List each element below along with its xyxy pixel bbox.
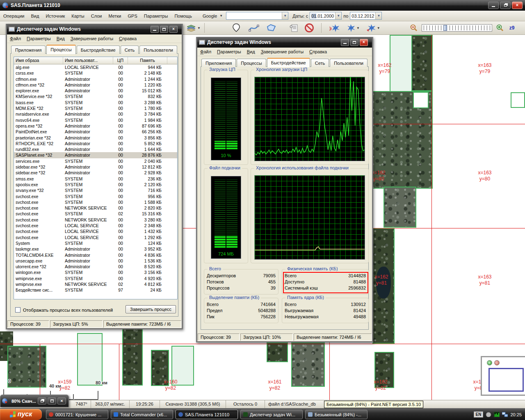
- process-row[interactable]: winlogon.exeSYSTEM003 156 КБ: [14, 269, 177, 275]
- menu-item-завершение работы[interactable]: Завершение работы: [258, 48, 306, 55]
- search-engine-label[interactable]: Google: [203, 14, 217, 18]
- process-row[interactable]: srvany.exe *32SYSTEM00716 КБ: [14, 187, 177, 193]
- tab-процессы[interactable]: Процессы: [237, 59, 266, 67]
- search-combobox[interactable]: ▼: [226, 12, 288, 20]
- process-row[interactable]: spoolsv.exeSYSTEM002 120 КБ: [14, 182, 177, 187]
- process-row[interactable]: svchost.exeLOCAL SERVICE001 292 КБ: [14, 235, 177, 240]
- minimap-zoom-out-button[interactable]: −: [494, 360, 500, 365]
- minimap-zoom-in-button[interactable]: +: [487, 360, 492, 365]
- date-from-dropdown-icon[interactable]: ▼: [335, 12, 341, 19]
- process-row[interactable]: SystemSYSTEM00124 КБ: [14, 240, 177, 246]
- download-progress-window[interactable]: 80% Скач... ×: [0, 395, 69, 407]
- close-button[interactable]: ×: [169, 26, 178, 33]
- process-row[interactable]: sidebar.exe *32Administrator002 928 КБ: [14, 170, 177, 176]
- zoom-slider[interactable]: [422, 24, 492, 32]
- date-to-field[interactable]: 03.12.2012 ▼: [350, 12, 382, 20]
- process-row[interactable]: lsass.exeSYSTEM003 288 КБ: [14, 100, 177, 105]
- process-row[interactable]: TOTALCMD64.EXEAdministrator004 836 КБ: [14, 252, 177, 258]
- chevron-down-icon[interactable]: ▼: [197, 26, 201, 30]
- date-from-field[interactable]: 01.01.2000 ▼: [310, 12, 342, 20]
- chevron-down-icon[interactable]: ▼: [356, 26, 360, 30]
- route-button[interactable]: [247, 23, 260, 33]
- tab-приложения[interactable]: Приложения: [201, 59, 236, 67]
- tab-сеть[interactable]: Сеть: [121, 46, 139, 54]
- column-header-2[interactable]: ЦП: [113, 57, 128, 64]
- process-table-header[interactable]: Имя образаИмя пользоват...ЦППамять: [14, 57, 177, 64]
- placemark-manager-button[interactable]: [288, 23, 300, 33]
- date-to-dropdown-icon[interactable]: ▼: [375, 12, 381, 19]
- zoom-slider-handle[interactable]: [443, 25, 447, 31]
- process-row[interactable]: unsecapp.exeAdministrator001 536 КБ: [14, 258, 177, 264]
- column-header-0[interactable]: Имя образа: [14, 57, 63, 64]
- zoom-in-button[interactable]: [495, 23, 505, 33]
- download-cancel-button[interactable]: [303, 23, 315, 33]
- tab-сеть[interactable]: Сеть: [311, 59, 329, 67]
- menu-item-источник[interactable]: Источник: [42, 12, 68, 20]
- menu-item-завершение работы[interactable]: Завершение работы: [68, 35, 116, 42]
- menu-item-файл[interactable]: Файл: [7, 35, 24, 42]
- process-row[interactable]: alg.exeLOCAL SERVICE00944 КБ: [14, 64, 177, 70]
- taskbar-button[interactable]: Диспетчер задач Wi...: [240, 410, 303, 419]
- process-row[interactable]: opera.exe *32Administrator0087 696 КБ: [14, 123, 177, 129]
- window-titlebar[interactable]: Диспетчер задач Windows ×: [7, 24, 182, 34]
- search-engine-dropdown-icon[interactable]: ▼: [219, 14, 223, 18]
- menu-item-справка[interactable]: Справка: [116, 35, 139, 42]
- volume-tray-icon[interactable]: [486, 412, 491, 417]
- gps-position-button[interactable]: ▼: [364, 23, 381, 33]
- minimap-viewport-rect[interactable]: [488, 368, 524, 392]
- menu-item-карты[interactable]: Карты: [68, 12, 87, 20]
- minimize-button[interactable]: [488, 2, 499, 9]
- process-row[interactable]: explorer.exeAdministrator0015 012 КБ: [14, 88, 177, 94]
- process-row[interactable]: wmiprvse.exeNETWORK SERVICE024 812 КБ: [14, 281, 177, 287]
- restore-button[interactable]: [500, 2, 511, 9]
- map-layers-button[interactable]: ▼: [185, 23, 202, 33]
- process-row[interactable]: taskmgr.exeAdministrator003 952 КБ: [14, 246, 177, 252]
- menu-item-вид[interactable]: Вид: [27, 12, 42, 20]
- close-button[interactable]: ×: [57, 397, 66, 404]
- menu-item-операции[interactable]: Операции: [0, 12, 27, 20]
- clock[interactable]: 20:25: [510, 412, 522, 417]
- process-row[interactable]: nvraidservice.exeAdministrator003 784 КБ: [14, 111, 177, 117]
- process-row[interactable]: PaintDotNet.exeAdministrator0066 256 КБ: [14, 129, 177, 135]
- menu-item-параметры[interactable]: Параметры: [141, 12, 171, 20]
- taskbar-button[interactable]: Безымянный (84%) -...: [305, 410, 368, 419]
- start-button[interactable]: пуск: [0, 409, 42, 420]
- menu-item-файл[interactable]: Файл: [197, 48, 214, 55]
- process-row[interactable]: wmiprvse.exeSYSTEM004 920 КБ: [14, 276, 177, 281]
- process-row[interactable]: svchost.exeSYSTEM001 588 КБ: [14, 199, 177, 205]
- process-row[interactable]: nvsvc64.exeSYSTEM001 984 КБ: [14, 117, 177, 123]
- process-row[interactable]: svchost.exeLOCAL SERVICE002 348 КБ: [14, 223, 177, 228]
- process-row[interactable]: ctfmon.exe *32Administrator001 220 КБ: [14, 82, 177, 88]
- process-row[interactable]: csrss.exeSYSTEM002 148 КБ: [14, 70, 177, 76]
- process-row[interactable]: sidebar.exe *32Administrator0012 812 КБ: [14, 164, 177, 170]
- process-row[interactable]: Бездействие сис...SYSTEM9724 КБ: [14, 287, 177, 293]
- tab-быстродействие[interactable]: Быстродействие: [267, 58, 310, 67]
- close-button[interactable]: ×: [360, 39, 368, 46]
- minimize-button[interactable]: [341, 39, 349, 46]
- menu-item-параметры[interactable]: Параметры: [214, 48, 244, 55]
- process-row[interactable]: praetorian.exe *32Administrator003 856 К…: [14, 135, 177, 141]
- maximize-button[interactable]: [350, 39, 358, 46]
- zoom-out-button[interactable]: [409, 23, 419, 33]
- process-row[interactable]: svchost.exeNETWORK SERVICE002 820 КБ: [14, 205, 177, 211]
- tab-пользователи[interactable]: Пользователи: [139, 46, 177, 54]
- window-titlebar[interactable]: Диспетчер задач Windows ×: [197, 37, 372, 48]
- maximize-button[interactable]: [48, 397, 56, 404]
- search-dropdown-icon[interactable]: ▼: [282, 12, 288, 19]
- taskbar-button[interactable]: Total Commander (x6...: [111, 410, 173, 419]
- polygon-select-button[interactable]: [265, 23, 278, 33]
- gps-connect-button[interactable]: [328, 23, 341, 33]
- close-button[interactable]: ×: [512, 2, 523, 9]
- chevron-down-icon[interactable]: ▼: [377, 26, 380, 30]
- menu-item-метки[interactable]: Метки: [105, 12, 124, 20]
- menu-item-справка[interactable]: Справка: [306, 48, 330, 55]
- placemark-button[interactable]: [231, 23, 242, 33]
- process-row[interactable]: svchost.exeSYSTEM0215 316 КБ: [14, 211, 177, 217]
- restore-button[interactable]: [38, 397, 46, 404]
- menu-item-вид[interactable]: Вид: [244, 48, 258, 55]
- tab-пользователи[interactable]: Пользователи: [330, 59, 368, 67]
- process-row[interactable]: SASPlanet.exe *32Administrator0028 876 К…: [14, 152, 177, 158]
- end-process-button[interactable]: Завершить процесс: [126, 305, 176, 313]
- process-row[interactable]: RTHDCPL.EXE *32Administrator005 852 КБ: [14, 141, 177, 146]
- tab-приложения[interactable]: Приложения: [11, 46, 46, 54]
